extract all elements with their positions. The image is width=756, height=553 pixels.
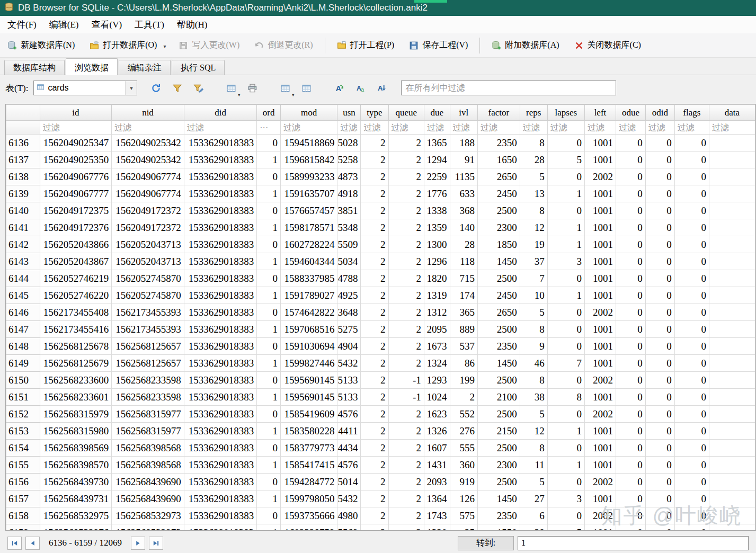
row-number[interactable]: 6149 [6,355,40,372]
cell[interactable]: 1562568315977 [112,406,184,423]
cell[interactable]: 1562568439690 [112,490,184,507]
cell[interactable]: 1596815842 [280,151,337,168]
cell[interactable]: 276 [450,423,477,440]
cell[interactable]: 2 [388,524,424,531]
cell[interactable]: 2100 [477,389,520,406]
cell[interactable]: 0 [616,389,645,406]
cell[interactable]: 2 [361,151,388,168]
cell[interactable]: 1 [547,457,584,474]
cell[interactable]: 1001 [584,236,616,253]
cell[interactable]: 1024 [424,389,450,406]
cell[interactable]: 12 [520,219,547,236]
cell[interactable]: 1576657457 [280,202,337,219]
column-header-ivl[interactable]: ivl [450,105,477,121]
cell[interactable]: 2002 [584,372,616,389]
cell[interactable]: 0 [257,168,281,185]
cell[interactable]: 1533629018383 [184,355,256,372]
cell[interactable]: 0 [645,338,674,355]
goto-record-input[interactable] [518,536,749,550]
cell[interactable]: 2 [388,406,424,423]
cell[interactable]: 1562568398570 [40,457,112,474]
cell[interactable]: 2 [361,287,388,304]
cell[interactable]: 0 [645,304,674,321]
cell[interactable]: 5 [520,406,547,423]
cell[interactable]: 2500 [477,372,520,389]
cell[interactable]: 2 [388,304,424,321]
copy-view-button[interactable] [298,80,314,96]
cell[interactable]: 0 [674,338,709,355]
cell[interactable]: 1562568233600 [40,372,112,389]
column-header-id[interactable]: id [40,105,112,121]
cell[interactable]: 1595690145 [280,372,337,389]
cell[interactable]: 4918 [337,185,361,202]
cell[interactable]: 2350 [477,135,520,151]
cell[interactable]: 3 [547,490,584,507]
cell[interactable]: 0 [645,474,674,490]
cell[interactable]: 0 [674,135,709,151]
cell[interactable]: 2 [361,423,388,440]
cell[interactable]: 1294 [424,151,450,168]
cell[interactable]: 5275 [337,321,361,338]
cell[interactable]: 1562049067774 [112,168,184,185]
cell[interactable]: 919 [450,474,477,490]
cell[interactable]: 1591789027 [280,287,337,304]
cell[interactable]: 199 [450,372,477,389]
cell[interactable]: 1533629018383 [184,202,256,219]
cell[interactable]: 0 [674,236,709,253]
cell[interactable]: 0 [645,236,674,253]
cell[interactable] [709,406,755,423]
save-project-button[interactable]: 保存工程(V) [406,36,471,55]
row-number[interactable]: 6157 [6,490,40,507]
column-header-left[interactable]: left [584,105,616,121]
cell[interactable]: 1562049025350 [40,151,112,168]
sort-button[interactable]: A [373,80,389,96]
cell[interactable]: 0 [616,287,645,304]
cell[interactable]: 4925 [337,287,361,304]
cell[interactable]: 1135 [450,168,477,185]
cell[interactable]: 1562052746220 [40,287,112,304]
cell[interactable]: 1 [257,287,281,304]
cell[interactable]: 0 [616,440,645,457]
cell[interactable]: 11 [520,457,547,474]
cell[interactable]: 5432 [337,490,361,507]
cell[interactable]: 2 [388,457,424,474]
cell[interactable]: 8 [520,135,547,151]
cell[interactable]: 2 [388,490,424,507]
cell[interactable] [709,236,755,253]
cell[interactable]: 2 [361,185,388,202]
cell[interactable]: 0 [616,490,645,507]
cell[interactable]: 2500 [477,406,520,423]
cell[interactable]: 1602328759 [280,524,337,531]
cell[interactable]: 1602728224 [280,236,337,253]
cell[interactable]: 1562568532973 [112,524,184,531]
cell[interactable]: 2 [361,202,388,219]
cell[interactable]: 0 [547,202,584,219]
cell[interactable]: 1300 [424,236,450,253]
cell[interactable]: 7 [520,270,547,287]
cell[interactable]: 1001 [584,202,616,219]
column-filter-queue[interactable]: 过滤 [388,121,424,135]
cell[interactable]: 1562049025342 [112,135,184,151]
cell[interactable]: 1562568233598 [112,372,184,389]
cell[interactable]: 2300 [477,457,520,474]
cell[interactable]: 8 [520,440,547,457]
cell[interactable]: 5 [547,524,584,531]
cell[interactable]: 0 [645,440,674,457]
cell[interactable]: 28 [520,524,547,531]
cell[interactable]: 2 [361,253,388,270]
row-number[interactable]: 6138 [6,168,40,185]
cell[interactable]: 0 [645,270,674,287]
cell[interactable]: 0 [616,507,645,524]
cell[interactable]: 0 [616,406,645,423]
row-number[interactable]: 6154 [6,440,40,457]
cell[interactable] [709,457,755,474]
cell[interactable] [709,372,755,389]
cell[interactable]: 2 [388,270,424,287]
cell[interactable]: 5133 [337,372,361,389]
cell[interactable]: 4576 [337,406,361,423]
cell[interactable] [709,474,755,490]
cell[interactable]: 4576 [337,457,361,474]
cell[interactable]: 2 [388,202,424,219]
cell[interactable]: 0 [616,304,645,321]
cell[interactable]: 0 [674,389,709,406]
